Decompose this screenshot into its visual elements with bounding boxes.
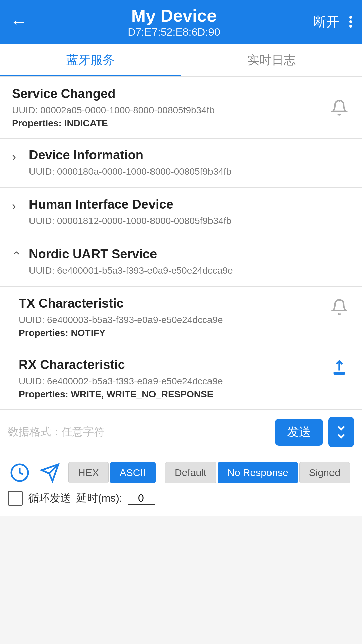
response-default-button[interactable]: Default — [165, 462, 216, 483]
response-button-group: Default No Response Signed — [165, 462, 350, 483]
service-left: ‹ Nordic UART Service UUID: 6e400001-b5a… — [12, 247, 350, 277]
tx-bell-icon[interactable] — [328, 296, 350, 318]
tab-bluetooth-services[interactable]: 蓝牙服务 — [0, 44, 181, 76]
tab-bar: 蓝牙服务 实时日志 — [0, 44, 362, 77]
disconnect-button[interactable]: 断开 — [314, 13, 339, 31]
more-menu-button[interactable] — [349, 16, 352, 28]
service-item-device-information[interactable]: › Device Information UUID: 0000180a-0000… — [0, 139, 362, 188]
format-button-group: HEX ASCII — [68, 462, 156, 483]
send-icon[interactable] — [38, 461, 62, 484]
service-header: › Device Information UUID: 0000180a-0000… — [12, 148, 350, 178]
app-header: ← My Device D7:E7:52:E8:6D:90 断开 — [0, 0, 362, 44]
chevron-right-icon: › — [12, 150, 22, 164]
service-info: Human Interface Device UUID: 00001812-00… — [29, 197, 350, 227]
format-hex-button[interactable]: HEX — [68, 462, 109, 483]
characteristic-item-tx: TX Characteristic UUID: 6e400003-b5a3-f3… — [0, 287, 362, 348]
service-header: ‹ Nordic UART Service UUID: 6e400001-b5a… — [12, 247, 350, 277]
header-actions: 断开 — [314, 13, 352, 31]
loop-delay-input[interactable] — [128, 492, 155, 505]
rx-upload-icon[interactable] — [328, 358, 350, 379]
loop-send-label: 循环发送 — [28, 491, 71, 506]
response-no-response-button[interactable]: No Response — [218, 462, 298, 483]
chevron-right-icon: › — [12, 199, 22, 213]
service-header: › Human Interface Device UUID: 00001812-… — [12, 197, 350, 227]
service-info: Nordic UART Service UUID: 6e400001-b5a3-… — [29, 247, 350, 277]
expand-button[interactable] — [328, 417, 354, 447]
char-info: RX Characteristic UUID: 6e400002-b5a3-f3… — [19, 358, 328, 400]
service-left: › Human Interface Device UUID: 00001812-… — [12, 197, 350, 227]
loop-send-checkbox[interactable] — [8, 491, 23, 506]
loop-delay-label: 延时(ms): — [76, 491, 122, 506]
chevron-down-icon: ‹ — [10, 251, 24, 261]
service-item-service-changed: Service Changed UUID: 00002a05-0000-1000… — [0, 77, 362, 139]
service-item-nordic-uart[interactable]: ‹ Nordic UART Service UUID: 6e400001-b5a… — [0, 237, 362, 287]
characteristic-item-rx: RX Characteristic UUID: 6e400002-b5a3-f3… — [0, 348, 362, 410]
service-left: › Device Information UUID: 0000180a-0000… — [12, 148, 350, 178]
char-header: RX Characteristic UUID: 6e400002-b5a3-f3… — [19, 358, 350, 400]
loop-send-row: 循环发送 延时(ms): — [0, 484, 362, 516]
clock-icon[interactable] — [8, 461, 32, 484]
services-list: Service Changed UUID: 00002a05-0000-1000… — [0, 77, 362, 410]
service-info: Device Information UUID: 0000180a-0000-1… — [29, 148, 350, 178]
service-item-human-interface[interactable]: › Human Interface Device UUID: 00001812-… — [0, 188, 362, 237]
data-input-area: 发送 — [0, 410, 362, 454]
data-input-field[interactable] — [8, 423, 269, 441]
char-header: TX Characteristic UUID: 6e400003-b5a3-f3… — [19, 296, 350, 338]
back-button[interactable]: ← — [10, 12, 27, 32]
send-button[interactable]: 发送 — [275, 419, 323, 446]
device-mac: D7:E7:52:E8:6D:90 — [34, 26, 314, 38]
service-info: Service Changed UUID: 00002a05-0000-1000… — [12, 87, 328, 129]
tab-realtime-log[interactable]: 实时日志 — [181, 44, 362, 76]
bell-icon[interactable] — [328, 97, 350, 118]
format-ascii-button[interactable]: ASCII — [110, 462, 156, 483]
service-header: Service Changed UUID: 00002a05-0000-1000… — [12, 87, 350, 129]
bottom-toolbar: HEX ASCII Default No Response Signed — [0, 454, 362, 484]
device-name: My Device — [34, 6, 314, 26]
char-info: TX Characteristic UUID: 6e400003-b5a3-f3… — [19, 296, 328, 338]
header-title-block: My Device D7:E7:52:E8:6D:90 — [34, 6, 314, 38]
response-signed-button[interactable]: Signed — [299, 462, 350, 483]
